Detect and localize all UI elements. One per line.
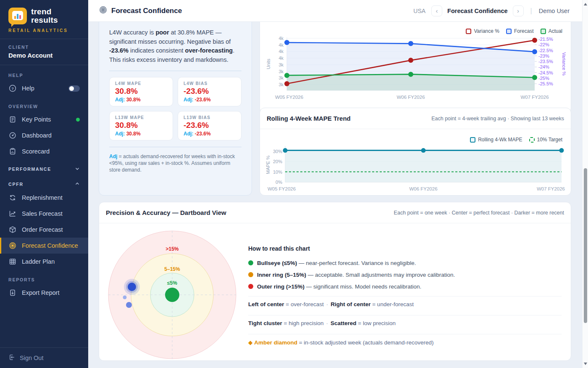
sidebar-item-label: Sales Forecast xyxy=(22,210,63,217)
week-accuracy-point[interactable] xyxy=(126,302,132,308)
forecast-point[interactable] xyxy=(284,40,289,45)
variance--point[interactable] xyxy=(408,58,413,63)
sidebar-item-ladder-plan[interactable]: Ladder Plan xyxy=(0,254,88,270)
actual-point[interactable] xyxy=(408,72,413,77)
week-accuracy-point[interactable] xyxy=(128,283,136,291)
svg-text:≤5%: ≤5% xyxy=(167,280,177,286)
table-icon xyxy=(8,257,17,266)
svg-text:5–15%: 5–15% xyxy=(164,266,180,272)
main-content: L4W accuracy is poor at 30.8% MAPE — sig… xyxy=(88,22,582,368)
rolling-mape-point[interactable] xyxy=(559,148,564,153)
svg-text:3k: 3k xyxy=(278,75,284,80)
sidebar-item-label: Order Forecast xyxy=(22,226,63,233)
breadcrumb-prev-button[interactable]: ‹ xyxy=(431,5,442,16)
dartboard-titlebar: Precision & Accuracy — Dartboard View Ea… xyxy=(99,202,571,223)
rolling-subtitle: Each point = 4-week trailing avg · Showi… xyxy=(431,116,564,122)
help-toggle[interactable] xyxy=(68,85,80,92)
metric-card-l13w-mape: L13W MAPE 30.8% Adj: 30.8% xyxy=(109,111,173,140)
legend-item-actual[interactable]: Actual xyxy=(541,28,562,34)
divider xyxy=(109,71,242,71)
svg-text:-22.5%: -22.5% xyxy=(538,48,553,53)
brand-tagline: RETAIL ANALYTICS xyxy=(8,28,80,33)
actual-point[interactable] xyxy=(532,75,537,80)
section-performance[interactable]: PERFORMANCE xyxy=(0,159,88,175)
how-to-read-title: How to read this chart xyxy=(248,245,562,252)
rolling-title: Rolling 4-Week MAPE Trend xyxy=(267,115,351,122)
forecast-point[interactable] xyxy=(532,49,537,54)
sidebar-item-order-forecast[interactable]: Order Forecast xyxy=(0,222,88,238)
svg-text:0%: 0% xyxy=(276,180,282,185)
page-target-icon xyxy=(99,6,107,16)
adj-footnote: Adj = actuals demand-recovered for weeks… xyxy=(109,153,242,173)
trend-chart-icon xyxy=(8,209,17,218)
file-download-icon xyxy=(8,289,17,297)
variance--point[interactable] xyxy=(284,81,289,86)
status-dot-icon xyxy=(76,118,80,122)
sidebar-item-forecast-confidence[interactable]: Forecast Confidence xyxy=(0,238,88,254)
sidebar-item-sales-forecast[interactable]: Sales Forecast xyxy=(0,206,88,222)
package-icon xyxy=(8,225,17,234)
rolling-mape-chart: 30%20%10%0%W05 FY2026W06 FY2026W07 FY202… xyxy=(265,143,566,193)
clipboard-chart-icon xyxy=(8,147,17,156)
bullseye-dot-icon xyxy=(248,260,253,265)
vertical-scrollbar xyxy=(582,0,588,368)
cluster-row: Tight cluster = high precision·Scattered… xyxy=(248,315,562,330)
center-direction-row: Left of center = over-forecast·Right of … xyxy=(248,296,562,311)
logout-icon xyxy=(8,354,16,362)
legend-bullet-inner-ring: Inner ring (5–15%) — acceptable. Small a… xyxy=(248,269,562,281)
scrollbar-thumb[interactable] xyxy=(584,168,587,323)
sidebar-item-replenishment[interactable]: Replenishment xyxy=(0,190,88,206)
svg-text:-23.5%: -23.5% xyxy=(538,59,553,64)
notes-icon xyxy=(8,115,17,124)
breadcrumb-next-button[interactable]: › xyxy=(513,5,524,16)
section-help: HELP xyxy=(0,65,88,80)
actual-point[interactable] xyxy=(284,73,289,78)
sign-out-button[interactable]: Sign Out xyxy=(0,347,88,368)
scroll-down-arrow[interactable] xyxy=(584,363,587,365)
client-block: CLIENT Demo Account xyxy=(0,39,88,65)
forecast-point[interactable] xyxy=(408,41,413,46)
sidebar-item-label: Key Points xyxy=(22,116,51,123)
breadcrumb-current: Forecast Confidence xyxy=(447,8,507,14)
week-accuracy-point[interactable] xyxy=(123,296,127,299)
svg-text:-24%: -24% xyxy=(538,64,549,69)
sidebar-item-label: Forecast Confidence xyxy=(22,242,78,249)
rolling-mape-point[interactable] xyxy=(283,148,288,153)
svg-text:-25.5%: -25.5% xyxy=(538,81,553,86)
svg-text:W06 FY2026: W06 FY2026 xyxy=(409,186,437,191)
svg-text:W05 FY2026: W05 FY2026 xyxy=(275,95,303,100)
sidebar-item-export-report[interactable]: Export Report xyxy=(0,285,88,301)
sidebar-item-scorecard[interactable]: Scorecard xyxy=(0,143,88,159)
svg-text:3k: 3k xyxy=(278,62,284,67)
brand-block: trendresults RETAIL ANALYTICS xyxy=(0,0,88,39)
actual-legend-swatch xyxy=(541,29,546,34)
sidebar-item-label: Dashboard xyxy=(22,132,52,139)
sidebar-item-dashboard[interactable]: Dashboard xyxy=(0,127,88,143)
legend-item-target[interactable]: 10% Target xyxy=(529,137,563,143)
dartboard-chart: >15%5–15%≤5% xyxy=(105,228,239,362)
legend-item-rolling-mape[interactable]: Rolling 4-Wk MAPE xyxy=(470,137,522,143)
insight-paragraph: L4W accuracy is poor at 30.8% MAPE — sig… xyxy=(109,28,242,64)
sidebar: trendresults RETAIL ANALYTICS CLIENT Dem… xyxy=(0,0,88,368)
bullseye-center-dot xyxy=(165,288,179,302)
dartboard-legend-panel: How to read this chart Bullseye (≤5%) — … xyxy=(248,245,562,349)
svg-text:MAPE %: MAPE % xyxy=(265,156,270,174)
svg-text:>15%: >15% xyxy=(165,246,178,252)
svg-text:Units: Units xyxy=(266,58,271,69)
svg-text:4k: 4k xyxy=(278,42,284,48)
sidebar-item-help[interactable]: ? Help xyxy=(0,80,88,96)
section-overview: OVERVIEW xyxy=(0,96,88,111)
rolling-mape-point[interactable] xyxy=(421,148,426,153)
svg-text:20%: 20% xyxy=(273,159,282,164)
page-title: Forecast Confidence xyxy=(111,7,182,15)
legend-item-variance[interactable]: Variance % xyxy=(466,28,499,34)
legend-item-forecast[interactable]: Forecast xyxy=(506,28,534,34)
variance--point[interactable] xyxy=(532,38,537,43)
svg-text:4k: 4k xyxy=(278,49,284,54)
section-cpfr[interactable]: CPFR xyxy=(0,175,88,190)
sign-out-label: Sign Out xyxy=(20,355,43,361)
sidebar-item-key-points[interactable]: Key Points xyxy=(0,111,88,127)
scroll-up-arrow[interactable] xyxy=(584,3,587,5)
target-legend-swatch xyxy=(529,137,535,143)
amber-diamond-row: ◆ Amber diamond = in-stock adjusted week… xyxy=(248,334,562,349)
